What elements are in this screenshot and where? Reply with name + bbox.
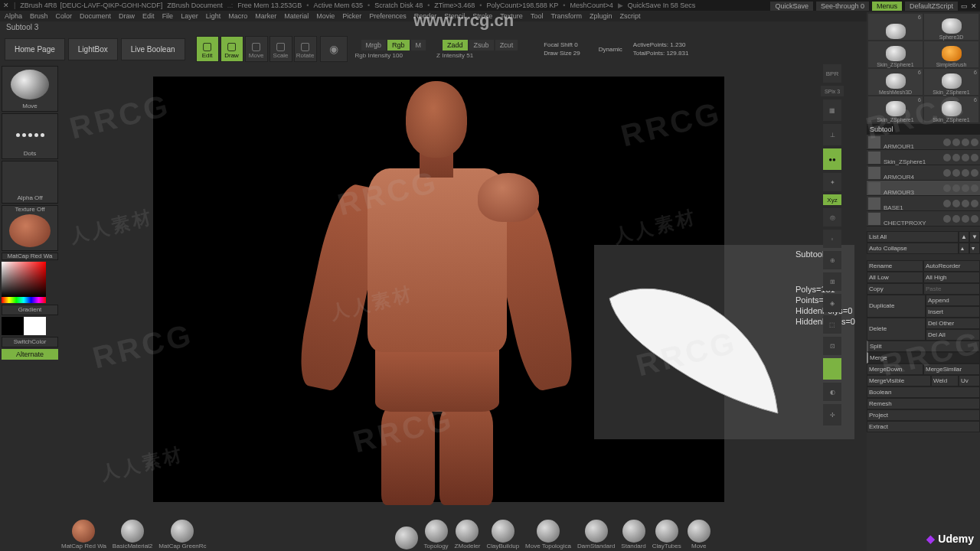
mergevisible-button[interactable]: MergeVisible [867,375,931,386]
draw-tool[interactable]: ▢Draw [220,36,243,62]
brush-slot3[interactable] [395,527,418,549]
brush-basicmaterial2[interactable]: BasicMaterial2 [113,520,152,549]
tool-thumb-6[interactable]: Skin_ZSphere16 [868,96,923,122]
subtool-skin_zsphere1[interactable]: Skin_ZSphere1 [867,150,980,165]
menu-material[interactable]: Material [284,12,309,20]
menu-marker[interactable]: Marker [255,12,276,20]
delall-button[interactable]: Del All [926,329,980,341]
menu-brush[interactable]: Brush [30,12,48,20]
menu-color[interactable]: Color [56,12,73,20]
paste-button[interactable]: Paste [923,283,980,295]
swatch-white[interactable] [24,317,46,335]
alternate-button[interactable]: Alternate [2,349,58,360]
nav5-button[interactable]: ⊡ [823,337,841,355]
listall-button[interactable]: List All [867,231,959,243]
nav3-button[interactable]: ◈ [823,294,841,312]
color-picker[interactable] [2,262,58,303]
alllow-button[interactable]: All Low [867,272,923,283]
dynamic-toggle[interactable]: Dynamic [599,46,622,53]
mode-zadd[interactable]: Zadd [443,40,468,51]
tool-thumb-4[interactable]: MeshMesh3D6 [868,69,923,95]
brush-topology[interactable]: Topology [424,520,449,549]
boolean-button[interactable]: Boolean [867,386,980,398]
floor-button[interactable]: ⊥ [823,124,841,145]
tool-thumb-2[interactable]: Skin_ZSphere1 [868,41,923,67]
autoreorder-button[interactable]: AutoReorder [923,260,980,272]
z-intensity-slider[interactable]: Z Intensity 51 [436,52,518,59]
stroke-slot[interactable]: Dots [2,113,58,159]
nav1-button[interactable]: ⊕ [823,251,841,269]
subtool-base1[interactable]: BASE1 [867,196,980,211]
brush-claytubes[interactable]: ClayTubes [652,520,681,549]
allhigh-button[interactable]: All High [923,272,980,283]
menu-file[interactable]: File [162,12,174,20]
extract-button[interactable]: Extract [867,421,980,432]
brush-matcap-red-wa[interactable]: MatCap Red Wa [61,520,106,549]
local-button[interactable]: ●● [823,148,841,170]
cam-button[interactable]: ▫ [823,230,841,248]
brush-move-topologica[interactable]: Move Topologica [525,520,571,549]
nav6-button[interactable] [823,358,841,380]
gradient-toggle[interactable]: Gradient [2,305,58,315]
texture-slot[interactable]: Texture Off [2,205,58,251]
menu-transform[interactable]: Transform [550,12,582,20]
weld-button[interactable]: Weld [931,375,959,386]
menu-macro[interactable]: Macro [228,12,247,20]
tool-thumb-7[interactable]: Skin_ZSphere16 [924,96,978,122]
tool-thumb-0[interactable]: 6 [868,14,923,40]
rotate-tool[interactable]: ▢Rotate [294,36,317,62]
frame-button[interactable]: ◎ [823,208,841,227]
menu-zscript[interactable]: Zscript [620,12,641,20]
mode-zsub[interactable]: Zsub [469,40,494,51]
draw-size-slider[interactable]: Draw Size 29 [544,50,580,57]
lightbox-button[interactable]: LightBox [68,38,118,60]
menu-layer[interactable]: Layer [181,12,198,20]
brush-matcap-greenrc[interactable]: MatCap GreenRc [158,520,206,549]
bpr-button[interactable]: BPR [823,64,841,83]
brush-standard[interactable]: Standard [621,520,645,549]
mode-zcut[interactable]: Zcut [495,40,518,51]
subtool-armour1[interactable]: ARMOUR1 [867,135,980,150]
subtool-header[interactable]: Subtool [867,124,980,135]
switchcolor-button[interactable]: SwitchColor [2,337,58,347]
merge-button[interactable]: Merge [867,352,980,364]
mode-mrgb[interactable]: Mrgb [361,40,387,51]
subtool-chectproxy[interactable]: CHECTPROXY [867,211,980,227]
focal-shift-slider[interactable]: Focal Shift 0 [544,41,580,48]
gizmo-icon[interactable]: ◉ [320,36,348,62]
dn2-icon[interactable]: ▾ [969,243,980,254]
liveboolean-button[interactable]: Live Boolean [121,38,185,60]
menu-document[interactable]: Document [80,12,111,20]
rgb-intensity-slider[interactable]: Rgb Intensity 100 [355,52,426,59]
tool-thumb-3[interactable]: SimpleBrush [924,41,978,67]
project-button[interactable]: Project [867,409,980,421]
brush-claybuildup[interactable]: ClayBuildup [486,520,519,549]
menu-preferences[interactable]: Preferences [369,12,407,20]
close-window-icon[interactable]: ✕ [971,2,977,10]
menu-movie[interactable]: Movie [316,12,335,20]
rename-button[interactable]: Rename [867,260,923,272]
tool-thumb-1[interactable]: Sphere3D [924,14,978,40]
axis-button[interactable]: ✦ [823,173,841,191]
mergesimilar-button[interactable]: MergeSimilar [923,364,980,375]
scale-tool[interactable]: ▢Scale [270,36,292,62]
alpha-slot[interactable]: Alpha Off [2,161,58,204]
nav7-button[interactable]: ◐ [823,383,841,401]
menu-alpha[interactable]: Alpha [5,12,22,20]
up2-icon[interactable]: ▴ [959,243,969,254]
insert-button[interactable]: Insert [926,306,980,318]
brush-damstandard[interactable]: DamStandard [577,520,615,549]
seethrough-slider[interactable]: See-through 0 [816,2,869,11]
tool-thumb-5[interactable]: Skin_ZSphere16 [924,69,978,95]
append-button[interactable]: Append [926,295,980,306]
edit-tool[interactable]: ▢Edit [196,36,219,62]
nav2-button[interactable]: ⊞ [823,272,841,291]
arrow-up-icon[interactable]: ▲ [959,231,969,243]
close-icon[interactable]: ✕ [3,2,9,9]
menu-light[interactable]: Light [206,12,221,20]
defaultzscript-button[interactable]: DefaultZScript [905,2,958,11]
duplicate-button[interactable]: Duplicate [867,295,926,318]
brush-zmodeler[interactable]: ZModeler [455,520,481,549]
split-button[interactable]: Split [867,341,980,352]
menu-tool[interactable]: Tool [531,12,544,20]
